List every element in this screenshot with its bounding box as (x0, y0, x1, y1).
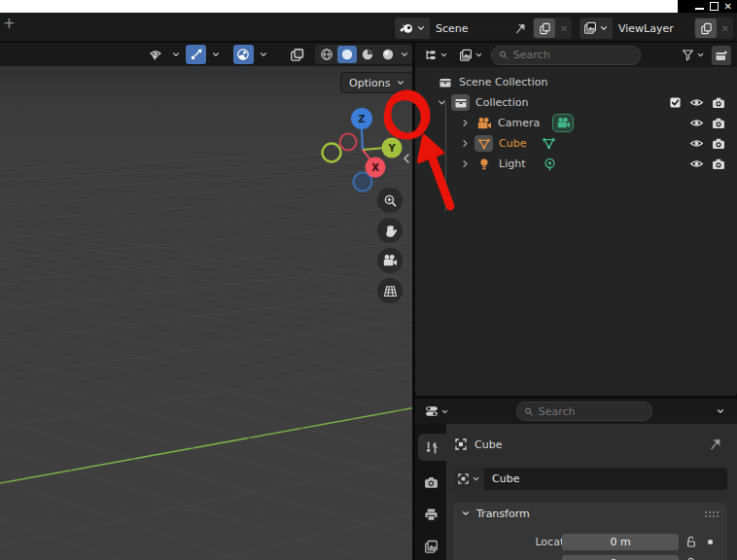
view-layer-name-field[interactable]: ViewLayer (613, 18, 694, 39)
location-y-value[interactable]: 0 m (562, 555, 679, 560)
outliner-editor-icon (424, 49, 438, 62)
new-collection-button[interactable] (712, 46, 731, 65)
object-visibility-button[interactable] (146, 45, 166, 64)
row-label: Light (499, 158, 525, 170)
axis-minus-y-handle[interactable] (323, 144, 341, 162)
editor-divider-vertical[interactable] (412, 43, 415, 560)
properties-search[interactable] (516, 402, 652, 421)
editor-type-button[interactable] (421, 46, 450, 65)
zoom-button[interactable] (377, 188, 403, 213)
scene-name-field[interactable]: Scene (430, 18, 533, 39)
expand-chevron-right-icon[interactable] (460, 158, 471, 169)
tab-view-layer[interactable] (415, 533, 446, 560)
eye-visible-icon[interactable] (689, 136, 704, 151)
options-button[interactable]: Options (340, 72, 412, 93)
editor-divider-horizontal[interactable] (415, 396, 737, 399)
search-icon (524, 406, 534, 417)
scene-browse-button[interactable] (395, 18, 430, 39)
shading-solid-button[interactable] (337, 46, 357, 63)
show-overlays-button[interactable] (233, 45, 254, 64)
camera-render-icon[interactable] (712, 117, 725, 130)
overlays-dropdown[interactable] (258, 45, 269, 64)
remove-view-layer-button[interactable]: ✕ (718, 18, 733, 39)
pin-icon[interactable] (514, 22, 527, 35)
navigation-gizmo[interactable]: Z Y X (321, 97, 410, 194)
lock-open-icon[interactable] (684, 535, 698, 548)
shading-dropdown[interactable] (399, 45, 410, 64)
add-workspace-button[interactable]: + (3, 17, 16, 31)
chevron-down-icon (474, 51, 483, 59)
properties-options-dropdown[interactable] (710, 402, 731, 421)
pan-hand-icon (383, 224, 398, 238)
xray-toggle-button[interactable] (287, 45, 307, 64)
maximize-icon[interactable] (710, 2, 719, 11)
gizmo-arrow-icon (190, 48, 203, 61)
tab-tool[interactable] (418, 434, 446, 461)
os-titlebar[interactable] (0, 0, 737, 13)
outliner-search-input[interactable] (513, 49, 633, 61)
location-x-value[interactable]: 0 m (562, 534, 679, 550)
visibility-dropdown[interactable] (170, 45, 182, 64)
camera-render-icon[interactable] (712, 158, 725, 171)
tab-output[interactable] (415, 501, 446, 528)
shading-material-button[interactable] (358, 46, 377, 63)
name-field-browse-button[interactable] (453, 468, 484, 490)
transform-panel-header[interactable]: Transform (453, 503, 727, 524)
mesh-data-icon[interactable] (542, 136, 556, 151)
breadcrumb-object-name: Cube (474, 438, 502, 451)
new-view-layer-button[interactable] (695, 18, 717, 38)
pan-button[interactable] (377, 218, 403, 243)
viewport-3d[interactable]: Options Z Y X (0, 43, 412, 560)
panel-grip-handle[interactable] (704, 510, 719, 517)
light-data-icon[interactable] (543, 157, 557, 171)
close-icon[interactable]: ✕ (724, 2, 732, 12)
new-scene-button[interactable] (534, 18, 555, 38)
tool-icon (425, 440, 439, 455)
outliner-search[interactable] (491, 46, 641, 65)
checkbox-checked-icon[interactable] (669, 96, 682, 109)
unlink-scene-button[interactable]: ✕ (556, 18, 572, 39)
expand-chevron-right-icon[interactable] (460, 118, 471, 128)
perspective-toggle-button[interactable] (377, 278, 403, 303)
tab-render[interactable] (415, 469, 446, 496)
solid-icon (340, 48, 354, 61)
editor-type-button[interactable] (421, 402, 452, 421)
pin-icon[interactable] (709, 438, 722, 451)
outliner-row-camera[interactable]: Camera (415, 113, 737, 133)
properties-tab-column (415, 424, 446, 560)
camera-render-icon[interactable] (712, 96, 725, 110)
scene-selector: Scene ✕ (395, 18, 572, 39)
eye-visible-icon[interactable] (689, 95, 704, 110)
camera-view-button[interactable] (377, 248, 403, 273)
lock-open-icon[interactable] (684, 556, 698, 560)
camera-render-icon[interactable] (712, 137, 725, 151)
chevron-down-icon (211, 50, 221, 59)
eye-visible-icon[interactable] (689, 116, 704, 130)
minimize-icon[interactable] (695, 8, 704, 10)
camera-data-icon-box[interactable] (553, 115, 573, 131)
properties-search-input[interactable] (539, 405, 645, 418)
printer-icon (424, 508, 439, 522)
location-x-row: Location X 0 m (453, 533, 727, 550)
filter-button[interactable] (681, 46, 706, 65)
row-label: Scene Collection (459, 76, 547, 88)
show-gizmo-button[interactable] (186, 45, 206, 64)
chevron-down-icon (400, 50, 409, 59)
expand-chevron-right-icon[interactable] (460, 138, 471, 149)
gizmo-dropdown[interactable] (210, 45, 222, 64)
outliner-row-scene-collection[interactable]: Scene Collection (415, 72, 737, 92)
display-mode-button[interactable] (456, 46, 485, 65)
shading-rendered-button[interactable] (378, 46, 398, 63)
animate-dot-icon[interactable] (708, 540, 713, 544)
outliner-row-cube[interactable]: Cube (415, 133, 737, 154)
eye-visible-icon[interactable] (689, 157, 704, 171)
object-name-field[interactable]: Cube (453, 468, 727, 490)
view-layer-browse-button[interactable] (579, 18, 613, 39)
viewport-header (0, 43, 412, 66)
expand-chevron-down-icon[interactable] (437, 97, 447, 108)
outliner-row-collection[interactable]: Collection (415, 92, 737, 113)
axis-minus-x-handle[interactable] (340, 134, 357, 151)
properties-editor-icon (425, 404, 439, 418)
shading-wireframe-button[interactable] (317, 46, 336, 63)
outliner-row-light[interactable]: Light (415, 154, 737, 174)
